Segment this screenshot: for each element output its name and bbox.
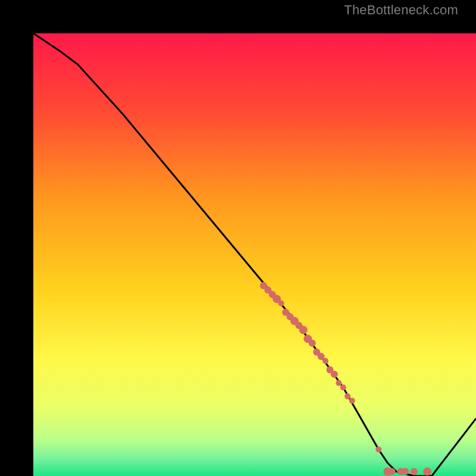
gradient-bg <box>33 33 476 476</box>
data-point <box>331 371 338 378</box>
data-point <box>336 380 342 386</box>
data-point <box>340 384 346 390</box>
data-point <box>322 358 328 364</box>
data-point <box>423 468 431 476</box>
data-point <box>389 468 396 475</box>
data-point <box>402 468 409 475</box>
data-point <box>309 340 316 347</box>
data-point <box>349 398 355 404</box>
data-point <box>411 468 418 475</box>
chart-svg <box>33 33 476 476</box>
data-point <box>299 326 308 334</box>
data-point <box>375 446 381 452</box>
data-point <box>345 393 350 399</box>
plot-area <box>17 17 459 459</box>
watermark-text: TheBottleneck.com <box>344 2 458 18</box>
data-point <box>278 300 284 306</box>
